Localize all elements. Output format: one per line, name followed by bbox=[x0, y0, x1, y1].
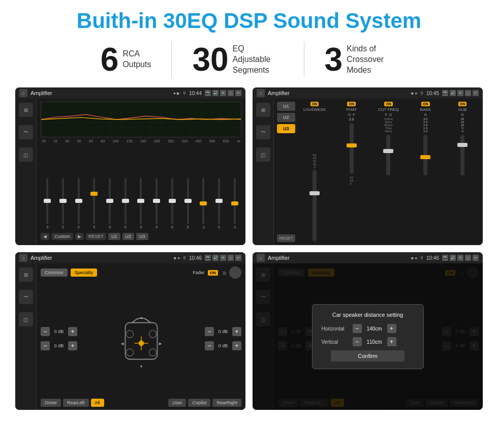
cx-u1-btn[interactable]: U1 bbox=[277, 102, 295, 111]
stat-eq-label: EQ AdjustableSegments bbox=[233, 44, 284, 75]
eq-sidebar-btn-1[interactable]: ⊞ bbox=[19, 103, 33, 117]
fader-plus-4[interactable]: + bbox=[232, 341, 241, 350]
cx-cutfreq-on[interactable]: ON bbox=[384, 102, 393, 106]
fader-rearleft-btn[interactable]: RearLeft bbox=[63, 399, 89, 407]
fader-ctrl-2: − 0 dB + bbox=[41, 341, 77, 350]
fader-car-diagram: ▲ ▼ ◀ ▶ bbox=[80, 308, 202, 369]
dist-home-icon[interactable]: ⌂ bbox=[257, 254, 265, 262]
cx-reset-btn[interactable]: RESET bbox=[277, 234, 295, 242]
fader-on-badge[interactable]: ON bbox=[208, 270, 218, 276]
modal-horizontal-plus[interactable]: + bbox=[387, 324, 396, 333]
eq-u1-btn[interactable]: U1 bbox=[108, 233, 120, 240]
fader-minus-3[interactable]: − bbox=[205, 327, 214, 336]
crossover-screen: ⌂ Amplifier ■ ● ⚲ 10:45 📷 🔊 ✕ □ ↩ ⊞ 〜 ◫ bbox=[253, 87, 483, 245]
fader-rearright-btn[interactable]: RearRight bbox=[212, 399, 241, 407]
cx-status-icons: 📷 🔊 ✕ □ ↩ bbox=[442, 90, 479, 96]
page-wrapper: Buith-in 30EQ DSP Sound System 6 RCAOutp… bbox=[0, 0, 498, 448]
fader-minus-1[interactable]: − bbox=[41, 327, 50, 336]
svg-point-6 bbox=[149, 349, 156, 356]
screens-grid: ⌂ Amplifier ● ▶ ⚲ 10:44 📷 🔊 ✕ □ ↩ ⊞ 〜 ◫ bbox=[15, 87, 483, 410]
eq-track-1[interactable] bbox=[46, 178, 48, 224]
window-icon: □ bbox=[228, 90, 234, 96]
fader-copilot-btn[interactable]: Copilot bbox=[188, 399, 210, 407]
cx-phat-on[interactable]: ON bbox=[347, 102, 356, 106]
dist-screen-title: Amplifier bbox=[268, 255, 408, 261]
cx-bass-channel: ON BASS G 3.02.52.01.51.0 bbox=[408, 102, 443, 242]
eq-sidebar-btn-3[interactable]: ◫ bbox=[19, 147, 33, 162]
cx-loudness-slider: 644832160 bbox=[297, 113, 332, 242]
fader-common-tab[interactable]: Common bbox=[41, 268, 68, 277]
fader-status-icons: 📷 🔊 ✕ □ ↩ bbox=[205, 255, 241, 261]
fader-close-icon: ✕ bbox=[220, 255, 226, 261]
cx-home-icon[interactable]: ⌂ bbox=[257, 89, 265, 97]
eq-slider-6: 0 bbox=[118, 178, 132, 229]
cx-loudness-on[interactable]: ON bbox=[310, 102, 319, 106]
home-icon[interactable]: ⌂ bbox=[19, 89, 27, 97]
modal-horizontal-minus[interactable]: − bbox=[353, 324, 362, 333]
fader-plus-2[interactable]: + bbox=[68, 341, 77, 350]
modal-vertical-plus[interactable]: + bbox=[387, 337, 396, 346]
dist-status-bar: ⌂ Amplifier ■ ● ⚲ 10:46 📷 🔊 ✕ □ ↩ bbox=[253, 252, 483, 263]
cx-sub-on[interactable]: ON bbox=[458, 102, 467, 106]
eq-slider-9: 0 bbox=[166, 178, 179, 229]
eq-dot-icons: ● ▶ bbox=[173, 91, 180, 96]
cx-loudness-name: LOUDNESS bbox=[303, 107, 326, 112]
fader-minus-4[interactable]: − bbox=[205, 341, 214, 350]
eq-main-area: 2532405063 80100125160200 25032040050063… bbox=[37, 99, 245, 245]
dist-status-icons: 📷 🔊 ✕ □ ↩ bbox=[442, 255, 479, 261]
modal-confirm-button[interactable]: Confirm bbox=[331, 350, 405, 362]
close-icon: ✕ bbox=[220, 90, 226, 96]
distance-modal: Car speaker distance setting Horizontal … bbox=[312, 304, 424, 369]
fader-sidebar-btn-2[interactable]: 〜 bbox=[19, 290, 33, 304]
dist-screen-content: ⊞ 〜 ◫ Common Specialty ON ||| bbox=[253, 263, 483, 410]
back-icon[interactable]: ↩ bbox=[235, 90, 241, 96]
svg-point-4 bbox=[149, 331, 156, 338]
eq-screen-title: Amplifier bbox=[30, 90, 170, 96]
cx-bass-on[interactable]: ON bbox=[421, 102, 430, 106]
svg-text:▶: ▶ bbox=[159, 341, 162, 346]
eq-prev-btn[interactable]: ◀ bbox=[41, 233, 49, 240]
fader-specialty-tab[interactable]: Specialty bbox=[71, 268, 98, 277]
cx-u2-btn[interactable]: U2 bbox=[277, 113, 295, 122]
eq-u2-btn[interactable]: U2 bbox=[122, 233, 135, 240]
fader-bottom-btns: Driver RearLeft All User Copilot RearRig… bbox=[41, 399, 241, 407]
cx-sidebar-btn-3[interactable]: ◫ bbox=[256, 147, 270, 162]
eq-u3-btn[interactable]: U3 bbox=[136, 233, 148, 240]
cx-sidebar-btn-2[interactable]: 〜 bbox=[256, 125, 270, 139]
fader-sidebar-btn-1[interactable]: ⊞ bbox=[19, 267, 33, 282]
cx-status-bar: ⌂ Amplifier ■ ● ⚲ 10:45 📷 🔊 ✕ □ ↩ bbox=[253, 87, 483, 99]
cx-u3-btn[interactable]: U3 bbox=[277, 124, 295, 133]
fader-minus-2[interactable]: − bbox=[41, 341, 50, 350]
cx-screen-title: Amplifier bbox=[268, 90, 408, 96]
fader-all-btn[interactable]: All bbox=[91, 399, 104, 407]
fader-sidebar-btn-3[interactable]: ◫ bbox=[19, 312, 33, 326]
fader-db-4: 0 dB bbox=[216, 343, 230, 348]
modal-horizontal-value: 140cm bbox=[365, 326, 384, 332]
fader-back-icon[interactable]: ↩ bbox=[235, 255, 241, 261]
cx-main-area: U1 U2 U3 RESET ON LOUDNESS 644832160 bbox=[274, 99, 483, 245]
dist-back-icon[interactable]: ↩ bbox=[473, 255, 479, 261]
fader-label: Fader bbox=[193, 270, 205, 275]
eq-slider-10: 0 bbox=[181, 178, 195, 229]
eq-play-btn[interactable]: ▶ bbox=[75, 233, 84, 240]
modal-vertical-minus[interactable]: − bbox=[353, 337, 362, 346]
eq-sidebar-btn-2[interactable]: 〜 bbox=[19, 125, 33, 139]
fader-user-btn[interactable]: User bbox=[168, 399, 186, 407]
fader-driver-btn[interactable]: Driver bbox=[41, 399, 61, 407]
eq-slider-4: 5 bbox=[87, 178, 101, 229]
cx-location: ⚲ bbox=[420, 91, 423, 96]
modal-vertical-value: 110cm bbox=[365, 339, 384, 345]
fader-user-icon[interactable] bbox=[229, 266, 241, 279]
eq-slider-13: -1 bbox=[228, 178, 241, 229]
svg-text:▲: ▲ bbox=[139, 315, 143, 320]
fader-plus-3[interactable]: + bbox=[232, 327, 241, 336]
eq-screen-content: ⊞ 〜 ◫ bbox=[15, 99, 245, 245]
fader-home-icon[interactable]: ⌂ bbox=[19, 254, 27, 262]
stat-eq: 30 EQ AdjustableSegments bbox=[172, 43, 303, 76]
cx-sidebar-btn-1[interactable]: ⊞ bbox=[256, 103, 270, 117]
eq-reset-btn[interactable]: RESET bbox=[86, 233, 106, 240]
cx-back-icon[interactable]: ↩ bbox=[473, 90, 479, 96]
fader-plus-1[interactable]: + bbox=[68, 327, 77, 336]
modal-horizontal-row: Horizontal − 140cm + bbox=[322, 324, 414, 333]
camera-icon: 📷 bbox=[205, 90, 211, 96]
